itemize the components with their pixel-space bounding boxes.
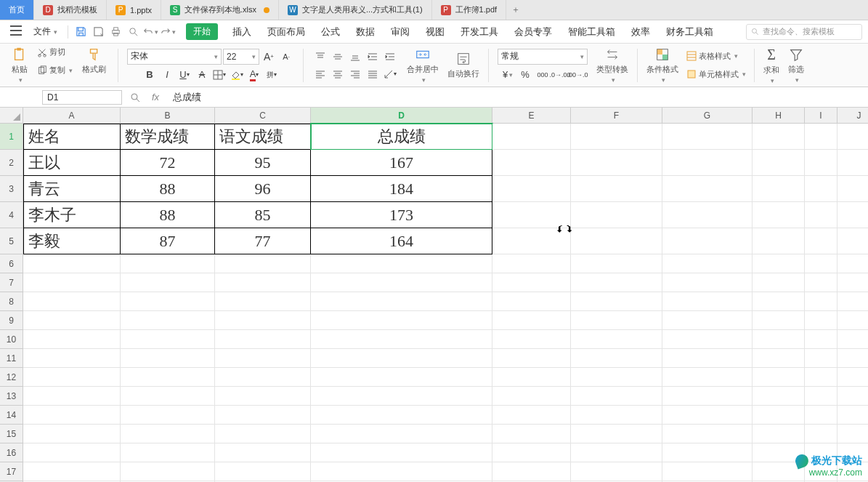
table-style-button[interactable]: 表格样式	[684, 49, 748, 63]
ribbon-tab-formula[interactable]: 公式	[320, 23, 341, 41]
cut-button[interactable]: 剪切	[35, 45, 75, 59]
cell-J12[interactable]	[837, 368, 868, 387]
cell-C12[interactable]	[215, 368, 311, 387]
column-header-B[interactable]: B	[121, 108, 215, 124]
cell-F11[interactable]	[571, 349, 662, 368]
tab-pdf[interactable]: P工作簿1.pdf	[432, 0, 506, 20]
cell-C3[interactable]: 96	[215, 176, 311, 202]
decrease-decimal-button[interactable]: .00→.0	[569, 68, 585, 82]
cell-J2[interactable]	[837, 150, 868, 176]
cell-I1[interactable]	[805, 124, 837, 150]
cell-F3[interactable]	[571, 176, 662, 202]
cell-J14[interactable]	[837, 406, 868, 425]
cell-A1[interactable]: 姓名	[23, 124, 121, 150]
cell-B13[interactable]	[121, 387, 215, 406]
cell-C13[interactable]	[215, 387, 311, 406]
save-as-button[interactable]	[90, 24, 106, 40]
tab-home[interactable]: 首页	[0, 0, 34, 20]
row-header-15[interactable]: 15	[0, 425, 23, 443]
ribbon-tab-insert[interactable]: 插入	[231, 23, 253, 41]
row-header-13[interactable]: 13	[0, 387, 23, 406]
cell-G5[interactable]	[662, 228, 753, 254]
ribbon-tab-ai[interactable]: 智能工具箱	[567, 23, 617, 41]
row-header-17[interactable]: 17	[0, 462, 23, 481]
ribbon-tab-layout[interactable]: 页面布局	[266, 23, 307, 41]
cell-E2[interactable]	[492, 150, 571, 176]
cell-I4[interactable]	[805, 202, 837, 228]
cell-E6[interactable]	[492, 254, 571, 273]
currency-button[interactable]: ¥	[500, 68, 516, 82]
cell-C8[interactable]	[215, 292, 311, 311]
cell-H1[interactable]	[753, 124, 805, 150]
border-button[interactable]: ▾	[211, 68, 227, 82]
cell-G4[interactable]	[662, 202, 753, 228]
ribbon-tab-view[interactable]: 视图	[424, 23, 446, 41]
cell-J15[interactable]	[837, 425, 868, 443]
percent-button[interactable]: %	[517, 68, 533, 82]
cell-B11[interactable]	[121, 349, 215, 368]
cell-J9[interactable]	[837, 311, 868, 330]
cancel-formula-icon[interactable]	[128, 90, 142, 105]
cell-C6[interactable]	[215, 254, 311, 273]
cell-D15[interactable]	[311, 425, 492, 443]
cell-H3[interactable]	[753, 176, 805, 202]
cell-I12[interactable]	[805, 368, 837, 387]
cell-D3[interactable]: 184	[311, 176, 492, 202]
row-header-6[interactable]: 6	[0, 254, 23, 273]
cell-H6[interactable]	[753, 254, 805, 273]
cell-F6[interactable]	[571, 254, 662, 273]
cell-B10[interactable]	[121, 330, 215, 349]
cell-J7[interactable]	[837, 273, 868, 292]
row-header-14[interactable]: 14	[0, 406, 23, 425]
cell-A14[interactable]	[23, 406, 121, 425]
cell-H15[interactable]	[753, 425, 805, 443]
cell-B6[interactable]	[121, 254, 215, 273]
cell-I6[interactable]	[805, 254, 837, 273]
cell-A13[interactable]	[23, 387, 121, 406]
ribbon-tab-review[interactable]: 审阅	[389, 23, 411, 41]
cell-A3[interactable]: 青云	[23, 176, 121, 202]
cell-I14[interactable]	[805, 406, 837, 425]
cell-D11[interactable]	[311, 349, 492, 368]
tab-xlsx-current[interactable]: S文件保存到本地.xlsx	[161, 0, 279, 20]
wrap-text-button[interactable]: 自动换行	[445, 49, 482, 81]
align-middle-button[interactable]	[330, 49, 346, 64]
cell-E3[interactable]	[492, 176, 571, 202]
cell-E15[interactable]	[492, 425, 571, 443]
ribbon-tab-efficiency[interactable]: 效率	[630, 23, 652, 41]
copy-button[interactable]: 复制	[35, 63, 75, 77]
cell-E16[interactable]	[492, 443, 571, 462]
cell-F7[interactable]	[571, 273, 662, 292]
cell-C10[interactable]	[215, 330, 311, 349]
cell-F8[interactable]	[571, 292, 662, 311]
cell-E9[interactable]	[492, 311, 571, 330]
cell-A9[interactable]	[23, 311, 121, 330]
cell-F17[interactable]	[571, 462, 662, 481]
cell-B12[interactable]	[121, 368, 215, 387]
cell-J5[interactable]	[837, 228, 868, 254]
font-color-button[interactable]: A▾	[246, 68, 262, 82]
cell-G2[interactable]	[662, 150, 753, 176]
cell-I2[interactable]	[805, 150, 837, 176]
cell-H4[interactable]	[753, 202, 805, 228]
cell-C2[interactable]: 95	[215, 150, 311, 176]
align-left-button[interactable]	[312, 67, 328, 81]
cell-B4[interactable]: 88	[121, 202, 215, 228]
bold-button[interactable]: B	[142, 68, 158, 82]
cell-D14[interactable]	[311, 406, 492, 425]
cell-A2[interactable]: 王以	[23, 150, 121, 176]
cell-E7[interactable]	[492, 273, 571, 292]
cell-J4[interactable]	[837, 202, 868, 228]
align-center-button[interactable]	[330, 67, 346, 81]
cell-H8[interactable]	[753, 292, 805, 311]
cell-B16[interactable]	[121, 443, 215, 462]
cell-A4[interactable]: 李木子	[23, 202, 121, 228]
row-header-12[interactable]: 12	[0, 368, 23, 387]
file-menu[interactable]: 文件	[28, 23, 63, 41]
row-header-9[interactable]: 9	[0, 311, 23, 330]
row-header-4[interactable]: 4	[0, 202, 23, 228]
cell-F1[interactable]	[571, 124, 662, 150]
cell-B3[interactable]: 88	[121, 176, 215, 202]
cell-B14[interactable]	[121, 406, 215, 425]
cell-H13[interactable]	[753, 387, 805, 406]
